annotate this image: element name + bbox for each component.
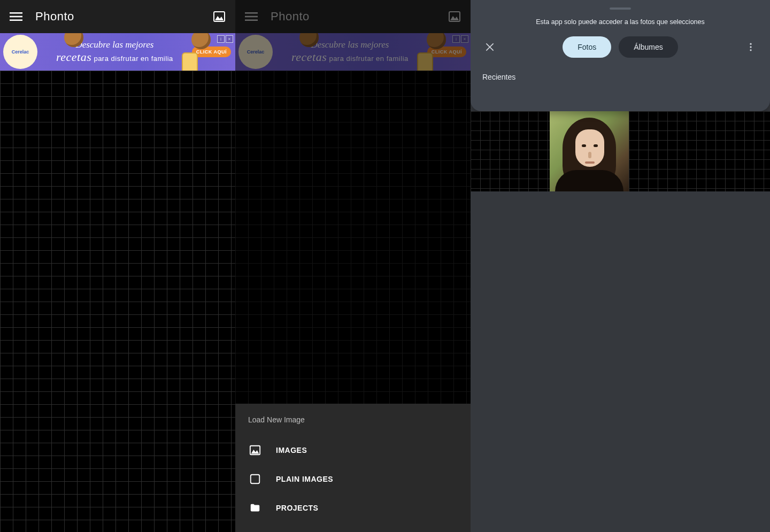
app-topbar: Phonto xyxy=(235,0,471,33)
hamburger-icon xyxy=(245,10,258,23)
screen-phonto-home: Phonto Cerelac Descubre las mejores rece… xyxy=(0,0,235,532)
app-topbar: Phonto xyxy=(0,0,235,33)
tab-albums[interactable]: Álbumes xyxy=(619,36,677,58)
app-title: Phonto xyxy=(271,10,445,24)
photo-thumbnail-grid[interactable] xyxy=(471,111,550,191)
svg-rect-7 xyxy=(245,19,258,21)
svg-rect-2 xyxy=(10,19,22,21)
close-button[interactable] xyxy=(482,40,497,55)
tab-photos[interactable]: Fotos xyxy=(563,36,611,58)
tab-group: Fotos Álbumes xyxy=(497,36,743,58)
svg-point-17 xyxy=(750,49,751,51)
svg-point-15 xyxy=(750,43,751,45)
svg-rect-5 xyxy=(245,12,258,14)
ad-text: Descubre las mejores recetas para disfru… xyxy=(37,40,192,64)
picker-empty-area xyxy=(471,191,770,532)
ad-brand-logo: Cerelac xyxy=(238,35,273,69)
app-title: Phonto xyxy=(35,10,210,24)
svg-rect-12 xyxy=(251,475,260,484)
close-icon xyxy=(484,42,495,52)
more-options-button[interactable] xyxy=(743,40,758,55)
access-message: Esta app solo puede acceder a las fotos … xyxy=(482,18,758,26)
image-icon xyxy=(213,10,226,23)
ad-close-button[interactable]: × xyxy=(461,35,468,43)
sheet-item-plain-images[interactable]: PLAIN IMAGES xyxy=(248,465,458,494)
image-icon xyxy=(448,10,461,23)
folder-icon xyxy=(249,502,261,514)
sheet-item-label: IMAGES xyxy=(276,446,307,454)
load-image-button[interactable] xyxy=(210,7,229,26)
screen-photo-picker: Esta app solo puede acceder a las fotos … xyxy=(471,0,770,532)
square-outline-icon xyxy=(249,473,261,485)
picker-header: Esta app solo puede acceder a las fotos … xyxy=(471,0,770,111)
ad-brand-logo: Cerelac xyxy=(3,35,37,69)
svg-point-16 xyxy=(750,46,751,48)
sheet-item-label: PLAIN IMAGES xyxy=(276,475,333,483)
sheet-title: Load New Image xyxy=(248,415,458,424)
ad-decor-glass xyxy=(182,52,198,71)
menu-button[interactable] xyxy=(6,7,26,26)
sheet-item-projects[interactable]: PROJECTS xyxy=(248,494,458,522)
load-image-button[interactable] xyxy=(445,7,464,26)
ad-info-button[interactable]: i xyxy=(452,35,460,43)
photo-thumbnail-grid[interactable] xyxy=(629,111,770,191)
ad-close-button[interactable]: × xyxy=(226,35,233,43)
svg-marker-4 xyxy=(215,16,224,20)
sheet-item-images[interactable]: IMAGES xyxy=(248,436,458,465)
svg-marker-11 xyxy=(251,450,259,453)
svg-rect-6 xyxy=(245,16,258,18)
ad-text: Descubre las mejores recetas para disfru… xyxy=(273,40,427,64)
ad-banner[interactable]: Cerelac Descubre las mejores recetas par… xyxy=(235,33,471,71)
ad-controls: i × xyxy=(217,35,233,43)
menu-button[interactable] xyxy=(242,7,261,26)
photo-grid-row xyxy=(471,111,770,191)
svg-rect-1 xyxy=(10,16,22,18)
screen-phonto-load-menu: Phonto Cerelac Descubre las mejores rece… xyxy=(235,0,471,532)
load-image-sheet: Load New Image IMAGES PLAIN IMAGES PROJE… xyxy=(235,404,471,532)
sheet-item-label: PROJECTS xyxy=(276,504,318,512)
ad-controls: i × xyxy=(452,35,468,43)
drag-handle[interactable] xyxy=(610,7,631,10)
svg-rect-0 xyxy=(10,12,22,14)
photo-thumbnail-portrait[interactable] xyxy=(550,111,629,191)
svg-marker-9 xyxy=(450,16,459,20)
ad-banner[interactable]: Cerelac Descubre las mejores recetas par… xyxy=(0,33,235,71)
editor-canvas[interactable] xyxy=(0,71,235,532)
recents-heading: Recientes xyxy=(482,73,758,81)
more-vertical-icon xyxy=(745,42,756,52)
ad-decor-glass xyxy=(417,52,433,71)
hamburger-icon xyxy=(10,10,22,23)
image-icon xyxy=(249,444,261,456)
ad-info-button[interactable]: i xyxy=(217,35,225,43)
